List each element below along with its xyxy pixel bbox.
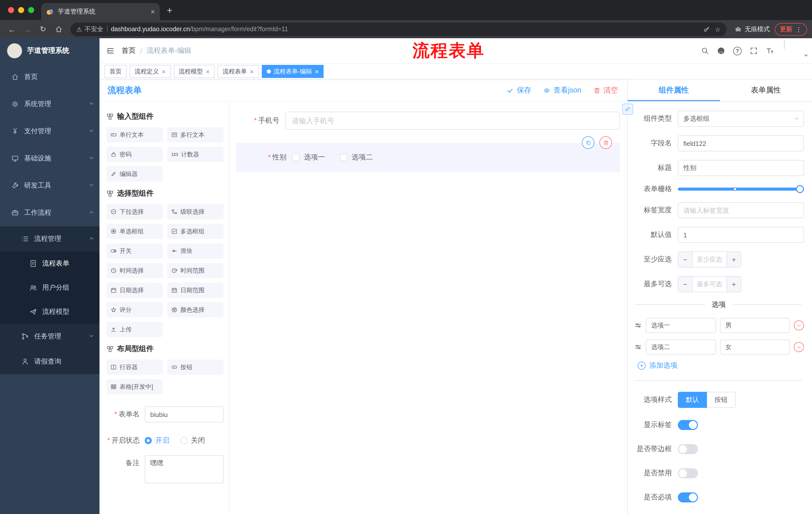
sidebar-toggle-button[interactable] <box>107 47 115 55</box>
new-tab-button[interactable]: + <box>167 5 172 15</box>
gender-option-1-checkbox[interactable]: 选项一 <box>292 153 325 162</box>
sidebar-logo[interactable]: 芋道管理系统 <box>0 38 99 63</box>
security-indicator[interactable]: ⚠ 不安全 <box>76 25 103 33</box>
home-button[interactable] <box>52 22 65 36</box>
tag-process-form-edit[interactable]: 流程表单-编辑 × <box>262 65 324 78</box>
palette-item-time-range[interactable]: 时间范围 <box>167 263 224 278</box>
slider-handle[interactable] <box>796 185 804 193</box>
avatar[interactable] <box>784 40 785 49</box>
title-input[interactable] <box>678 160 804 176</box>
address-bar[interactable]: ⚠ 不安全 dashboard.yudao.iocoder.cn/bpm/man… <box>70 22 727 36</box>
decrease-button[interactable]: − <box>678 252 692 267</box>
tag-close-icon[interactable]: × <box>206 68 209 75</box>
form-canvas[interactable]: 手机号 <box>229 102 627 514</box>
back-button[interactable]: ← <box>5 22 19 36</box>
min-select-value[interactable]: 至少应选 <box>692 252 727 267</box>
style-default-button[interactable]: 默认 <box>678 392 707 408</box>
delete-component-button[interactable] <box>600 136 612 149</box>
status-off-radio[interactable]: 关闭 <box>180 436 205 445</box>
canvas-field-gender-selected[interactable]: 性别 选项一 选项二 <box>236 143 620 172</box>
clear-button[interactable]: 清空 <box>593 85 618 95</box>
password-key-icon[interactable] <box>703 26 710 33</box>
palette-item-upload[interactable]: 上传 <box>107 322 163 337</box>
drag-handle-icon[interactable] <box>635 344 642 351</box>
palette-item-switch[interactable]: 开关 <box>107 243 163 259</box>
sidebar-item-leave-query[interactable]: 请假查询 <box>0 349 99 374</box>
forward-button[interactable]: → <box>21 22 34 36</box>
option-2-label-input[interactable] <box>646 340 716 355</box>
with-border-toggle[interactable] <box>678 444 698 454</box>
decrease-button[interactable]: − <box>678 277 692 292</box>
sidebar-item-payment[interactable]: 支付管理 <box>0 118 99 145</box>
tag-process-form[interactable]: 流程表单 × <box>218 65 259 78</box>
tag-process-model[interactable]: 流程模型 × <box>174 65 214 78</box>
component-type-select[interactable]: 多选框组 <box>678 111 804 127</box>
disabled-toggle[interactable] <box>678 468 698 478</box>
palette-item-cascader[interactable]: 级联选择 <box>167 204 224 219</box>
tab-component-props[interactable]: 组件属性 <box>628 79 720 101</box>
required-toggle[interactable] <box>678 492 698 503</box>
palette-item-time-picker[interactable]: 时间选择 <box>107 263 163 278</box>
save-button[interactable]: 保存 <box>507 85 531 95</box>
bookmark-star-icon[interactable]: ☆ <box>715 25 721 33</box>
browser-menu-icon[interactable]: ⋮ <box>795 25 802 33</box>
remove-option-button[interactable]: − <box>794 320 804 330</box>
sidebar-item-process-model[interactable]: 流程模型 <box>0 300 99 324</box>
palette-item-button[interactable]: 按钮 <box>167 360 224 375</box>
form-name-input[interactable] <box>145 406 224 423</box>
drag-handle-icon[interactable] <box>635 322 642 329</box>
palette-item-table[interactable]: 表格[开发中] <box>107 379 163 394</box>
tab-form-props[interactable]: 表单属性 <box>720 79 812 101</box>
sidebar-item-user-group[interactable]: 用户分组 <box>0 276 99 300</box>
sidebar-item-process-form[interactable]: 流程表单 <box>0 251 99 276</box>
sidebar-item-infrastructure[interactable]: 基础设施 <box>0 145 99 172</box>
default-value-input[interactable] <box>678 227 804 243</box>
palette-item-multi-text[interactable]: 多行文本 <box>167 127 224 142</box>
user-menu[interactable] <box>784 40 805 61</box>
option-1-label-input[interactable] <box>646 318 716 333</box>
sidebar-item-process-management[interactable]: 流程管理 <box>0 226 99 251</box>
help-button[interactable]: ? <box>733 47 742 55</box>
palette-item-date-picker[interactable]: 日期选择 <box>107 283 163 298</box>
tag-process-definition[interactable]: 流程定义 × <box>129 65 171 78</box>
palette-item-radio-group[interactable]: 单选框组 <box>107 224 163 239</box>
duplicate-component-button[interactable] <box>582 136 594 149</box>
tab-close-icon[interactable]: × <box>151 7 155 16</box>
tag-close-icon[interactable]: × <box>250 68 254 75</box>
tag-close-icon[interactable]: × <box>315 68 319 75</box>
view-json-button[interactable]: 查看json <box>544 85 581 95</box>
breadcrumb-home[interactable]: 首页 <box>122 46 136 55</box>
palette-item-single-text[interactable]: 单行文本 <box>107 127 163 142</box>
phone-input[interactable] <box>285 112 620 130</box>
remove-option-button[interactable]: − <box>794 342 804 352</box>
reload-button[interactable]: ↻ <box>36 22 50 36</box>
tag-home[interactable]: 首页 <box>105 65 127 78</box>
max-select-value[interactable]: 最多可选 <box>692 277 727 292</box>
browser-tab[interactable]: 芋道管理系统 × <box>41 3 160 20</box>
status-on-radio[interactable]: 开启 <box>145 436 169 445</box>
window-minimize-button[interactable] <box>18 7 24 13</box>
palette-item-slider[interactable]: 滑块 <box>167 243 224 259</box>
increase-button[interactable]: + <box>727 277 741 292</box>
increase-button[interactable]: + <box>727 252 741 267</box>
fullscreen-button[interactable] <box>750 47 758 55</box>
tag-close-icon[interactable]: × <box>162 68 166 75</box>
browser-update-button[interactable]: 更新 ⋮ <box>775 23 807 35</box>
window-zoom-button[interactable] <box>28 7 34 13</box>
palette-item-counter[interactable]: 123 计数器 <box>167 147 224 162</box>
sidebar-item-home[interactable]: 首页 <box>0 63 99 90</box>
window-close-button[interactable] <box>8 7 14 13</box>
palette-item-color-picker[interactable]: 颜色选择 <box>167 302 224 317</box>
style-button-button[interactable]: 按钮 <box>707 392 736 408</box>
palette-item-rate[interactable]: 评分 <box>107 302 163 317</box>
palette-item-select[interactable]: 下拉选择 <box>107 204 163 219</box>
option-2-value-input[interactable] <box>720 340 790 355</box>
palette-item-password[interactable]: 密码 <box>107 147 163 162</box>
show-label-toggle[interactable] <box>678 420 698 430</box>
option-1-value-input[interactable] <box>720 318 790 333</box>
palette-item-checkbox-group[interactable]: 多选框组 <box>167 224 224 239</box>
add-option-button[interactable]: + 添加选项 <box>638 361 804 370</box>
sidebar-item-task-management[interactable]: 任务管理 <box>0 324 99 349</box>
gender-option-2-checkbox[interactable]: 选项二 <box>340 153 373 162</box>
label-width-input[interactable] <box>678 202 804 218</box>
